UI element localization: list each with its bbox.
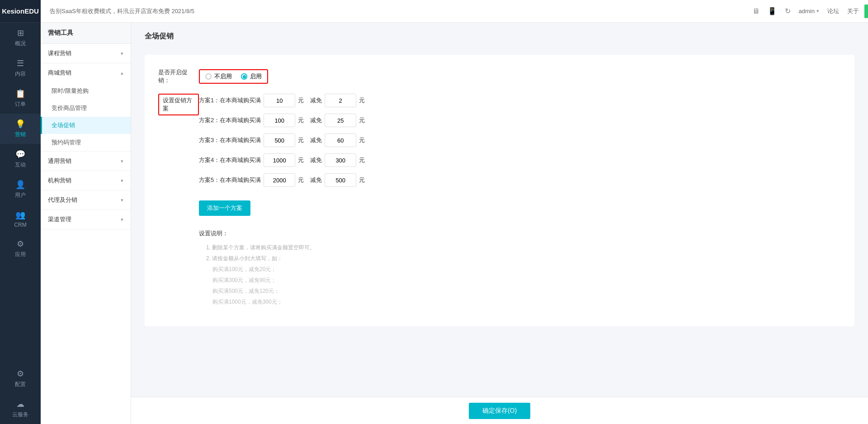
instructions-section: 设置说明： 1. 删除某个方案，请将购买满金额置空即可。 2. 请按金额从小到大… [199,229,841,307]
menu-group-course: 课程营销 ▾ [41,44,131,63]
page-title: 全场促销 [145,32,854,46]
course-marketing-label: 课程营销 [48,49,71,57]
sidebar-item-crm[interactable]: 👥 CRM [0,205,41,233]
menu-item-price-manage[interactable]: 竞价商品管理 [41,100,131,117]
general-marketing-label: 通用营销 [48,157,71,165]
instructions-examples: 购买满100元，减免20元； 购买满300元，减免90元； 购买满500元，减免… [199,264,841,307]
scheme-4-buy-unit: 元 [298,156,304,164]
apps-icon: ⚙ [17,239,24,249]
left-sidebar: KesionEDU ⊞ 概况 ☰ 内容 📋 订单 💡 营销 💬 互动 👤 用户 … [0,0,41,424]
scheme-3-buy-input[interactable] [264,133,295,147]
desktop-icon[interactable]: 🖥 [752,7,760,15]
sidebar-item-label: 内容 [15,70,26,78]
scheme-5-buy-input[interactable] [264,173,295,187]
sidebar-item-label: 营销 [15,131,26,138]
sidebar-item-label: 配置 [15,381,26,388]
add-scheme-button[interactable]: 添加一个方案 [199,200,250,216]
save-button[interactable]: 确定保存(O) [469,403,530,419]
sidebar-item-user[interactable]: 👤 用户 [0,174,41,205]
top-bar: 告别SaaS年租收费模式，科汛云开店宣布免费 2021/8/5 🖥 📱 ↻ ad… [41,0,868,23]
menu-group-org-title[interactable]: 机构营销 ▾ [41,171,131,190]
enable-row: 是否开启促销： 不启用 启用 [158,68,841,85]
sidebar-item-content[interactable]: ☰ 内容 [0,53,41,83]
crm-icon: 👥 [15,210,25,220]
scheme-1-buy-unit: 元 [298,96,304,105]
example-1: 购买满100元，减免20元； [212,264,841,275]
sidebar-item-label: 用户 [15,191,26,199]
scheme-4-prefix: 方案4：在本商城购买满 [199,156,261,164]
user-icon: 👤 [15,180,25,190]
admin-button[interactable]: admin ▾ [799,8,819,14]
main-content: 全场促销 是否开启促销： 不启用 启用 [131,23,868,397]
scheme-label-container: 设置促销方案 [158,94,199,115]
sidebar-item-overview[interactable]: ⊞ 概况 [0,23,41,53]
radio-disable[interactable]: 不启用 [205,72,232,81]
admin-label: admin [799,8,815,14]
sidebar-item-label: 订单 [15,100,26,108]
menu-group-general: 通用营销 ▾ [41,152,131,171]
radio-group-enable: 不启用 启用 [199,69,268,84]
sidebar-item-label: 概况 [15,40,26,48]
menu-group-general-title[interactable]: 通用营销 ▾ [41,152,131,171]
instruction-2: 2. 请按金额从小到大填写，如： [199,253,841,264]
org-chevron-icon: ▾ [121,178,123,184]
scheme-3-discount-input[interactable] [325,133,356,147]
instructions-title: 设置说明： [199,229,841,238]
top-bar-notice: 告别SaaS年租收费模式，科汛云开店宣布免费 2021/8/5 [50,7,194,15]
scheme-2-discount-input[interactable] [325,114,356,127]
instructions-list: 1. 删除某个方案，请将购买满金额置空即可。 2. 请按金额从小到大填写，如： [199,242,841,264]
scheme-label-btn: 设置促销方案 [158,94,199,115]
scheme-4-discount-input[interactable] [325,153,356,167]
sidebar-item-config[interactable]: ⚙ 配置 [0,363,41,394]
menu-item-flash-sale[interactable]: 限时/限量抢购 [41,82,131,100]
menu-group-shop-title[interactable]: 商城营销 ▴ [41,63,131,82]
example-4: 购买满1000元，减免300元； [212,296,841,307]
forum-link[interactable]: 论坛 [827,7,839,15]
scheme-row-1: 方案1：在本商城购买满 元 减免 元 [199,94,841,107]
add-btn-container: 添加一个方案 [199,198,841,225]
menu-item-promo-code[interactable]: 预约码管理 [41,134,131,151]
general-chevron-icon: ▾ [121,158,123,164]
sidebar-item-label: 互动 [15,161,26,169]
scheme-5-prefix: 方案5：在本商城购买满 [199,176,261,184]
scheme-5-discount-input[interactable] [325,173,356,187]
menu-group-agent-title[interactable]: 代理及分销 ▾ [41,191,131,210]
scheme-1-buy-input[interactable] [264,94,295,107]
agent-chevron-icon: ▾ [121,197,123,203]
app-logo: KesionEDU [0,0,41,23]
disable-option-label: 不启用 [214,72,232,81]
cloud-icon: ☁ [16,399,24,409]
menu-item-full-discount[interactable]: 全场促销 [41,117,131,134]
menu-group-channel-title[interactable]: 渠道管理 ▾ [41,210,131,229]
sidebar-item-apps[interactable]: ⚙ 应用 [0,233,41,264]
scheme-3-buy-unit: 元 [298,136,304,144]
scheme-4-buy-input[interactable] [264,153,295,167]
refresh-icon[interactable]: ↻ [785,7,791,15]
sidebar-item-order[interactable]: 📋 订单 [0,83,41,114]
scheme-1-discount-unit: 元 [359,96,365,105]
channel-manage-label: 渠道管理 [48,215,71,224]
config-icon: ⚙ [17,369,24,379]
sidebar-item-interact[interactable]: 💬 互动 [0,144,41,174]
menu-group-course-title[interactable]: 课程营销 ▾ [41,44,131,63]
sidebar-item-cloud[interactable]: ☁ 云服务 [0,394,41,424]
scheme-3-discount-label: 减免 [310,136,322,144]
scheme-4-discount-unit: 元 [359,156,365,164]
overview-icon: ⊞ [17,28,24,38]
right-panel: 全场促销 是否开启促销： 不启用 启用 [131,23,868,424]
admin-chevron-icon: ▾ [816,8,819,14]
sidebar-item-marketing[interactable]: 💡 营销 [0,114,41,144]
interact-icon: 💬 [15,149,25,159]
scheme-5-discount-label: 减免 [310,176,322,184]
content-area: 营销工具 课程营销 ▾ 商城营销 ▴ 限时/限量抢购 竞价商品管理 全场促销 预… [41,23,868,424]
second-sidebar-title: 营销工具 [41,23,131,44]
about-link[interactable]: 关于 [847,7,859,15]
scheme-section: 设置促销方案 方案1：在本商城购买满 元 减免 元 [158,94,841,193]
scheme-1-discount-input[interactable] [325,94,356,107]
scheme-2-discount-unit: 元 [359,116,365,124]
scheme-1-discount-label: 减免 [310,96,322,105]
sidebar-item-label: 云服务 [12,411,28,419]
mobile-icon[interactable]: 📱 [768,7,777,15]
scheme-2-buy-input[interactable] [264,114,295,127]
radio-enable[interactable]: 启用 [241,72,262,81]
